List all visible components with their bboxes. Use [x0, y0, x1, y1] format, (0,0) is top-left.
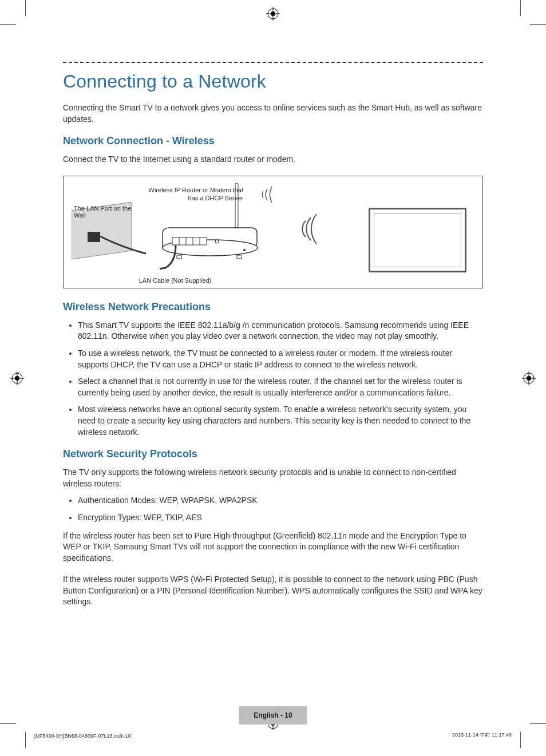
wifi-in-waves-icon	[291, 212, 320, 246]
svg-rect-28	[237, 255, 242, 259]
security-list: Authentication Modes: WEP, WPAPSK, WPA2P…	[63, 495, 483, 523]
security-intro: The TV only supports the following wirel…	[63, 467, 483, 489]
section-heading-security: Network Security Protocols	[63, 448, 483, 460]
cable-label: LAN Cable (Not Supplied)	[126, 277, 224, 284]
page-number-pill: English - 10	[239, 706, 307, 725]
precautions-list: This Smart TV supports the IEEE 802.11a/…	[63, 320, 483, 438]
list-item: Most wireless networks have an optional …	[78, 404, 483, 438]
footer-right: 2013-11-14 午前 11:17:46	[452, 731, 512, 739]
registration-mark-right-icon	[522, 371, 536, 385]
page-title: Connecting to a Network	[63, 71, 483, 92]
list-item: This Smart TV supports the IEEE 802.11a/…	[78, 320, 483, 342]
section-divider	[63, 62, 483, 63]
security-para2: If the wireless router has been set to P…	[63, 531, 483, 564]
svg-point-26	[243, 249, 246, 251]
svg-rect-20	[172, 238, 207, 245]
list-item: Authentication Modes: WEP, WPAPSK, WPA2P…	[78, 495, 483, 506]
wifi-out-waves-icon	[251, 183, 274, 206]
registration-mark-top-icon	[266, 7, 280, 21]
svg-rect-27	[177, 255, 181, 259]
network-diagram: The LAN Port on the Wall Wireless IP	[63, 176, 483, 288]
list-item: Select a channel that is not currently i…	[78, 376, 483, 398]
svg-rect-17	[88, 232, 100, 242]
section-heading-precautions: Wireless Network Precautions	[63, 301, 483, 313]
list-item: To use a wireless network, the TV must b…	[78, 348, 483, 370]
footer-left: [UF5400-XH]BN68-04809F-07L16.indb 10	[34, 733, 131, 739]
security-para3: If the wireless router supports WPS (Wi-…	[63, 574, 483, 608]
list-item: Encryption Types: WEP, TKIP, AES	[78, 512, 483, 524]
intro-paragraph: Connecting the Smart TV to a network giv…	[63, 102, 483, 125]
lan-port-label: The LAN Port on the Wall	[74, 205, 143, 219]
registration-mark-left-icon	[10, 371, 24, 385]
router-label: Wireless IP Router or Modem that has a D…	[140, 187, 243, 203]
section1-text: Connect the TV to the Internet using a s…	[63, 154, 483, 165]
section-heading-wireless: Network Connection - Wireless	[63, 135, 483, 147]
tv-icon	[369, 208, 466, 272]
